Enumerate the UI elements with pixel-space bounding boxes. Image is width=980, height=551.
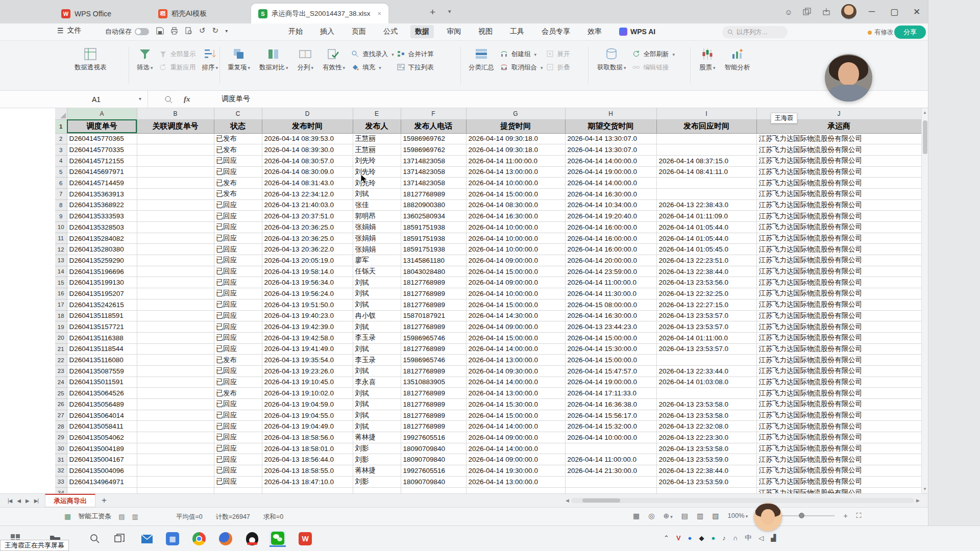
subtotal-button[interactable]: 分类汇总 — [465, 44, 497, 74]
cell[interactable] — [656, 487, 756, 493]
cell[interactable]: 2026-04-13 20:36:25.0 — [262, 233, 353, 244]
cell[interactable]: 18591751938 — [401, 244, 466, 255]
close-button[interactable]: ✕ — [905, 0, 928, 23]
cell[interactable]: 2026-04-13 20:36:22.0 — [262, 244, 353, 255]
cell[interactable]: 2026-04-14 16:00:00.0 — [565, 222, 656, 233]
row-header[interactable]: 27 — [55, 410, 67, 421]
cell[interactable]: 2026-04-14 08:37:15.0 — [656, 155, 756, 166]
column-header-I[interactable]: I — [656, 108, 756, 119]
row-header[interactable]: 14 — [55, 266, 67, 277]
row-header[interactable]: 25 — [55, 388, 67, 399]
cell[interactable]: 2026-04-14 15:00:00.0 — [565, 355, 656, 366]
cell[interactable]: 2026-04-13 19:10:02.0 — [262, 388, 353, 399]
cell[interactable]: D2604135054062 — [67, 432, 137, 443]
cell[interactable]: 已回应 — [214, 454, 262, 465]
cell[interactable]: 2026-04-14 10:00:00.0 — [565, 432, 656, 443]
cell[interactable]: 2026-04-14 09:00:00.0 — [466, 255, 565, 266]
cell[interactable]: 李玉录 — [353, 355, 401, 366]
tab-tools[interactable]: 工具 — [505, 25, 529, 38]
cell[interactable]: 江苏飞力达国际物流股份有限公司 — [756, 277, 921, 288]
cell[interactable]: 19927605516 — [401, 465, 466, 477]
consolidate-button[interactable]: 合并计算 — [397, 50, 434, 59]
cell[interactable]: 2026-04-14 15:30:00.0 — [466, 399, 565, 410]
cell[interactable] — [565, 443, 656, 454]
cell[interactable]: 张佳 — [353, 199, 401, 211]
cell[interactable]: 已发布 — [214, 188, 262, 199]
cell[interactable]: 已回应 — [214, 399, 262, 410]
cell[interactable]: 已发布 — [214, 355, 262, 366]
cell[interactable]: 2026-04-14 08:30:09.0 — [262, 166, 353, 178]
cell[interactable]: 2026-04-14 19:00:00.0 — [565, 166, 656, 178]
cell[interactable]: D2604135284082 — [67, 233, 137, 244]
cell[interactable] — [353, 487, 401, 493]
cell[interactable]: 已回应 — [214, 211, 262, 222]
zoom-percentage[interactable]: 100%▾ — [727, 512, 748, 519]
cell[interactable]: 2026-04-14 23:59:00.0 — [565, 266, 656, 277]
command-search-input[interactable]: 以序列方... — [722, 26, 788, 38]
print-icon[interactable] — [170, 27, 178, 35]
cell[interactable]: 13510883905 — [401, 377, 466, 388]
cell[interactable]: 2026-04-13 19:35:54.0 — [262, 355, 353, 366]
cell[interactable]: 18127768989 — [401, 288, 466, 299]
prev-sheet-icon[interactable]: ◀ — [14, 498, 23, 504]
horizontal-scrollbar[interactable]: ◀ ▶ — [566, 497, 920, 504]
cell[interactable]: 江苏飞力达国际物流股份有限公司 — [756, 377, 921, 388]
cell[interactable]: 2026-04-13 22:38:43.0 — [656, 199, 756, 211]
cell[interactable]: 2026-04-14 15:00:00.0 — [466, 410, 565, 421]
cell[interactable]: 张娟娟 — [353, 233, 401, 244]
tray-volume-icon[interactable]: ◁ — [758, 534, 764, 542]
print-preview-icon[interactable] — [185, 27, 192, 35]
taskbar-search-icon[interactable] — [87, 531, 103, 547]
quick-access-caret-icon[interactable]: ▾ — [225, 28, 228, 34]
cell[interactable]: 2026-04-14 21:30:00.0 — [565, 465, 656, 477]
cell[interactable] — [137, 399, 214, 410]
cell[interactable]: 江苏飞力达国际物流股份有限公司 — [756, 321, 921, 333]
row-header[interactable]: 31 — [55, 454, 67, 465]
cell[interactable]: 刘先玲 — [353, 155, 401, 166]
tab-page[interactable]: 页面 — [347, 25, 371, 38]
filter-button[interactable]: 筛选▾ — [134, 44, 156, 74]
cell[interactable]: 已回应 — [214, 476, 262, 487]
cell[interactable] — [137, 432, 214, 443]
cell[interactable]: 2026-04-14 14:00:00.0 — [466, 377, 565, 388]
cell[interactable]: 已回应 — [214, 155, 262, 166]
home-tab[interactable]: W WPS Office — [54, 4, 118, 23]
cell[interactable]: 2026-04-13 19:41:49.0 — [262, 343, 353, 355]
cell[interactable]: 已回应 — [214, 465, 262, 477]
cell[interactable]: D2604135004096 — [67, 465, 137, 477]
zoom-slider-knob[interactable] — [799, 513, 804, 518]
cell[interactable] — [137, 255, 214, 266]
row-header[interactable]: 3 — [55, 144, 67, 156]
cell[interactable] — [137, 321, 214, 333]
tab-list-caret-icon[interactable]: ▾ — [448, 8, 451, 15]
row-header[interactable]: 11 — [55, 233, 67, 244]
cell[interactable]: 18127768989 — [401, 321, 466, 333]
cell[interactable]: 已回应 — [214, 421, 262, 432]
group-button[interactable]: 创建组▾ — [500, 50, 543, 59]
new-tab-button[interactable]: + — [430, 7, 435, 18]
file-menu[interactable]: ☰ 文件 — [57, 26, 82, 35]
task-view-icon[interactable] — [111, 531, 128, 547]
tray-ime-icon[interactable]: 中 — [745, 533, 751, 542]
cell[interactable]: 江苏飞力达国际物流股份有限公司 — [756, 233, 921, 244]
cell[interactable]: 已发布 — [214, 144, 262, 156]
cell[interactable] — [137, 388, 214, 399]
cell[interactable]: 2026-04-14 20:00:00.0 — [565, 255, 656, 266]
cell[interactable]: 2026-04-14 15:47:57.0 — [565, 365, 656, 377]
cell[interactable]: D2604135004167 — [67, 454, 137, 465]
cell[interactable]: 13714823058 — [401, 178, 466, 189]
cell[interactable]: 刘轼 — [353, 299, 401, 310]
cell[interactable] — [656, 355, 756, 366]
cell[interactable] — [137, 222, 214, 233]
cell[interactable]: 2026-04-14 19:00:00.0 — [565, 377, 656, 388]
cell[interactable]: 刘轼 — [353, 343, 401, 355]
calculator-app-icon[interactable]: ▦ — [164, 531, 181, 547]
cell[interactable] — [137, 199, 214, 211]
undo-icon[interactable]: ↺ — [199, 26, 206, 35]
cell[interactable]: 2026-04-14 15:56:17.0 — [565, 410, 656, 421]
dropdown-list-button[interactable]: 下拉列表 — [397, 63, 434, 72]
cell[interactable] — [137, 421, 214, 432]
cell[interactable]: 已回应 — [214, 299, 262, 310]
header-cell[interactable]: 发布回应时间 — [656, 119, 756, 133]
cell[interactable]: 2026-04-13 19:42:58.0 — [262, 332, 353, 343]
